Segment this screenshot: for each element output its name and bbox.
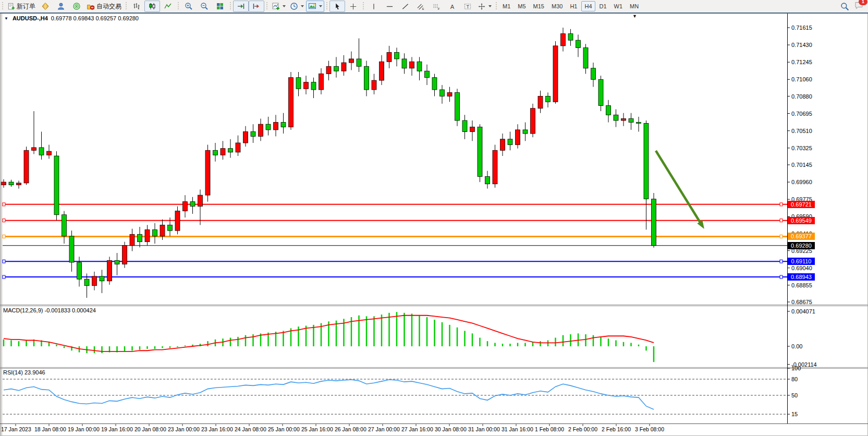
timeframe-button-h1[interactable]: H1 [567,1,580,11]
equidistant-channel-tool-button[interactable]: E [413,1,429,12]
candle-body [561,34,566,46]
timeframe-button-group: M1M5M15M30H1H4D1W1MN [499,1,642,11]
candle-body [115,260,119,264]
candlestick-mode-button[interactable] [144,1,160,12]
candle-body [402,59,407,68]
signals-button[interactable] [69,1,84,12]
candle-body [190,202,195,207]
line-handle[interactable] [3,275,5,278]
chart-plot[interactable]: 0.716150.714300.712450.710600.708800.706… [0,0,868,436]
price-tick-label: 0.70510 [791,128,812,134]
line-handle[interactable] [3,219,5,222]
candle-body [380,62,384,80]
notification-count-badge: 1 [859,0,867,5]
candle-body [629,118,633,122]
horizontal-line-tool-button[interactable] [382,1,397,12]
candle-body [372,80,376,90]
candle-body [395,52,399,59]
line-chart-mode-button[interactable] [160,1,176,12]
scroll-position-marker[interactable]: ▼ [632,14,637,19]
timeframe-button-m15[interactable]: M15 [530,1,547,11]
timeframe-button-m30[interactable]: M30 [548,1,566,11]
line-handle[interactable] [780,235,783,238]
search-icon[interactable] [840,2,849,11]
toolbar-grip[interactable] [125,2,127,10]
candle-body [69,236,74,262]
line-handle[interactable] [3,203,5,206]
fibonacci-tool-button[interactable]: F [429,1,444,12]
candle-body [440,90,445,96]
toolbar-grip[interactable] [229,2,231,10]
cursor-tool-button[interactable] [329,1,345,12]
toolbar-grip[interactable] [177,2,179,10]
templates-button[interactable] [306,1,324,12]
arrows-shapes-icon [478,3,486,10]
candle-body [614,115,618,120]
line-handle[interactable] [780,275,783,278]
timeframe-button-w1[interactable]: W1 [611,1,626,11]
rsi-line [4,380,654,409]
candle-body [553,46,558,102]
arrows-tool-button[interactable] [475,1,494,12]
periods-button[interactable] [288,1,306,12]
auto-trading-button[interactable]: 自动交易 [84,1,124,12]
line-handle[interactable] [780,203,783,206]
candle-body [606,105,611,115]
toolbar-grip[interactable] [362,2,364,10]
candle-body [493,150,497,184]
crosshair-tool-button[interactable] [345,1,361,12]
toolbar-right-group: 1 [840,1,864,11]
candle-body [432,78,437,90]
bar-chart-mode-button[interactable] [129,1,144,12]
level-price-badge: 0.69110 [788,258,815,265]
zoom-out-button[interactable] [197,1,212,12]
one-click-trading-arrow[interactable]: ▼ [4,16,8,21]
zoom-in-button[interactable] [181,1,197,12]
market-watch-button[interactable] [53,1,69,12]
candle-body [319,74,324,90]
line-handle[interactable] [3,235,5,238]
candle-body [175,211,180,231]
indicators-button[interactable] [270,1,288,12]
candle-body [183,202,188,211]
new-chart-button[interactable] [38,1,53,12]
line-handle[interactable] [780,260,783,263]
community-notifications-button[interactable]: 1 [854,1,864,11]
toolbar-grip[interactable] [266,2,268,10]
candle-body [9,182,14,185]
toolbar-grip[interactable] [495,2,497,10]
chart-shift-button[interactable] [249,1,264,12]
dropdown-caret [488,5,492,7]
main-toolbar: 新订单 [0,0,868,14]
timeframe-button-m5[interactable]: M5 [515,1,529,11]
line-handle[interactable] [3,260,5,263]
timeframe-button-d1[interactable]: D1 [596,1,610,11]
timeframe-button-h4[interactable]: H4 [581,1,595,11]
trendline-tool-button[interactable] [397,1,413,12]
trend-arrow-line[interactable] [656,151,701,223]
candle-body [576,40,581,47]
date-label: 19 Jan 00:00 [68,426,100,432]
text-label-tool-button[interactable]: T [460,1,475,12]
person-icon [57,2,65,10]
vertical-line-icon [370,3,377,10]
auto-trading-icon [87,2,95,10]
chart-title-overlay: ▼ AUDUSD-,H4 0.69778 0.69843 0.69257 0.6… [4,15,139,21]
trend-arrow-head[interactable] [697,220,704,229]
text-tool-button[interactable]: A [444,1,460,12]
auto-scroll-button[interactable] [233,1,249,12]
line-handle[interactable] [780,219,783,222]
candle-body [130,234,135,245]
vertical-line-tool-button[interactable] [366,1,382,12]
cursor-icon [334,3,341,10]
timeframe-button-m1[interactable]: M1 [499,1,514,11]
toolbar-grip[interactable] [326,2,328,10]
toolbar-grip[interactable] [2,2,4,10]
trendline-icon [401,3,409,10]
svg-text:T: T [467,4,469,9]
candle-body [198,195,203,206]
candle-body [47,151,52,155]
new-order-button[interactable]: 新订单 [5,1,38,12]
timeframe-button-mn[interactable]: MN [627,1,642,11]
tile-windows-button[interactable] [212,1,228,12]
